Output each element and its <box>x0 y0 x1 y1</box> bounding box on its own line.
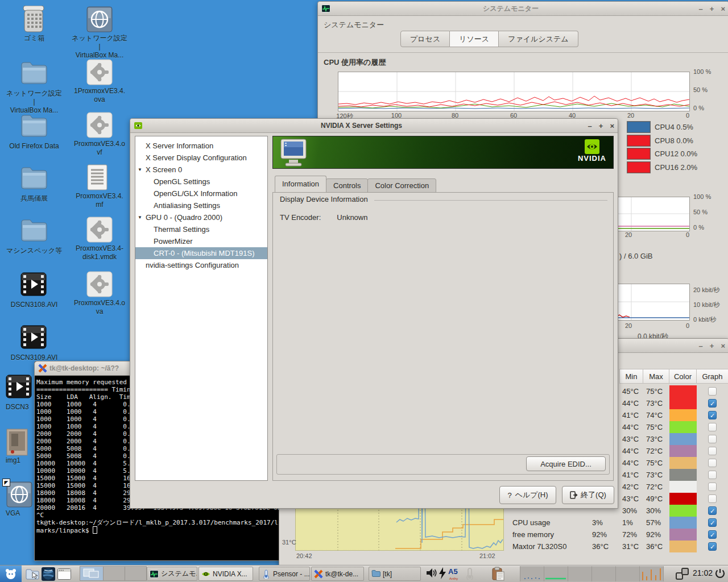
minimize-icon[interactable]: – <box>588 122 592 130</box>
maximize-icon[interactable]: + <box>710 5 714 13</box>
task-button-3[interactable]: tk@tk-de... <box>311 567 364 581</box>
graph-checkbox[interactable]: ✓ <box>708 542 717 551</box>
task-button-1[interactable]: NVIDIA X... <box>198 567 253 581</box>
graph-checkbox[interactable] <box>708 447 717 455</box>
system-monitor-titlebar[interactable]: システムモニター –+× <box>318 2 728 16</box>
task-button-0[interactable]: システムモ... <box>147 567 197 581</box>
task-button-2[interactable]: Psensor - ... <box>259 567 310 581</box>
folder-cursor-icon <box>26 568 39 580</box>
nav-item-8[interactable]: PowerMizer <box>135 235 267 247</box>
workspace-1[interactable] <box>80 566 104 581</box>
nav-item-10[interactable]: nvidia-settings Configuration <box>135 259 267 271</box>
y-tick-label: 50 % <box>693 209 708 215</box>
y-tick-label: 20 kbit/秒 <box>693 286 719 294</box>
power-manager-tray-icon[interactable] <box>439 567 446 579</box>
desktop-icon-1-4[interactable]: ProxmoxVE3.4- disk1.vmdk <box>71 216 128 261</box>
desktop-icon-0-6[interactable]: DSCN3109.AVI <box>6 323 63 362</box>
nav-item-9[interactable]: CRT-0 - (Mitsubishi MDT191S) <box>135 247 267 259</box>
monitor-applet-net[interactable] <box>639 566 664 581</box>
column-header-graph[interactable]: Graph <box>697 369 728 384</box>
desktop-icon-label: ゴミ箱 <box>6 34 63 43</box>
workspace-switch-tray-icon[interactable] <box>676 568 689 580</box>
maximize-icon[interactable]: + <box>710 342 714 350</box>
desktop-icon-1-3[interactable]: ProxmoxVE3.4. mf <box>71 164 128 209</box>
volume-tray-icon[interactable] <box>425 567 437 579</box>
tab-color-correction[interactable]: Color Correction <box>367 178 436 193</box>
sensor-max: 75°C <box>643 457 672 469</box>
workspace-2[interactable] <box>104 566 125 581</box>
column-header-color[interactable]: Color <box>669 369 697 384</box>
desktop-icon-1-5[interactable]: ProxmoxVE3.4.o va <box>71 271 128 316</box>
desktop-icon-0-3[interactable]: 兵馬俑展 <box>6 164 63 203</box>
expander-icon[interactable]: ▼ <box>138 211 142 223</box>
nav-item-2[interactable]: ▼X Screen 0 <box>135 164 267 176</box>
desktop-icon-0-1[interactable]: ネットワーク設定 | VirtualBox Ma... <box>6 59 63 115</box>
graph-checkbox[interactable]: ✓ <box>708 506 717 515</box>
graph-checkbox[interactable] <box>708 471 717 479</box>
graph-checkbox[interactable]: ✓ <box>708 399 717 408</box>
app-finder-launcher[interactable] <box>57 567 72 581</box>
nav-item-7[interactable]: Thermal Settings <box>135 223 267 235</box>
sensor-row-13[interactable]: Maxtor 7L320S036°C31°C36°C✓ <box>506 541 728 552</box>
nav-item-0[interactable]: X Server Information <box>135 140 267 152</box>
desktop-icon-1-1[interactable]: 1ProxmoxVE3.4. ova <box>71 59 128 104</box>
tab-controls[interactable]: Controls <box>326 178 368 193</box>
nav-item-3[interactable]: OpenGL Settings <box>135 176 267 188</box>
nav-item-5[interactable]: Antialiasing Settings <box>135 199 267 211</box>
logout-button[interactable] <box>714 568 726 579</box>
graph-checkbox[interactable]: ✓ <box>708 411 717 419</box>
desktop-icon-0-5[interactable]: DSCN3108.AVI <box>6 271 63 309</box>
monitor-applet-3[interactable] <box>568 566 592 581</box>
nav-item-4[interactable]: OpenGL/GLX Information <box>135 188 267 199</box>
desktop-icon-0-0[interactable]: ゴミ箱 <box>6 6 63 43</box>
graph-checkbox[interactable]: ✓ <box>708 530 717 539</box>
help-button[interactable]: ?ヘルプ(H) <box>499 486 556 504</box>
file-manager-launcher[interactable] <box>25 567 40 581</box>
sensor-row-11[interactable]: CPU usage3%1%57%✓ <box>506 517 728 529</box>
graph-checkbox[interactable]: ✓ <box>708 518 717 527</box>
graph-checkbox[interactable] <box>708 494 717 503</box>
desktop-icon-0-4[interactable]: マシンスペック等 <box>6 216 63 255</box>
desktop-icon-1-2[interactable]: ProxmoxVE3.4.o vf <box>71 111 128 157</box>
sensor-row-12[interactable]: free memory92%72%92%✓ <box>506 529 728 541</box>
graph-checkbox[interactable] <box>708 483 717 491</box>
acquire-edid-button[interactable]: Acquire EDID... <box>526 456 606 471</box>
monitor-applet-cpu[interactable] <box>520 566 544 581</box>
clipboard-tray-icon[interactable] <box>491 567 505 581</box>
quit-button[interactable]: 終了(Q) <box>562 486 614 504</box>
applications-menu-button[interactable] <box>0 566 22 582</box>
minimize-icon[interactable]: – <box>699 342 703 350</box>
nav-item-1[interactable]: X Server Display Configuration <box>135 152 267 164</box>
nvidia-titlebar[interactable]: NVIDIA X Server Settings –+× <box>130 119 618 133</box>
graph-checkbox[interactable] <box>708 387 717 396</box>
tab-ファイルシステム[interactable]: ファイルシステム <box>499 31 578 47</box>
graph-checkbox[interactable] <box>708 423 717 431</box>
maximize-icon[interactable]: + <box>599 122 603 130</box>
web-browser-launcher[interactable] <box>41 567 56 581</box>
close-icon[interactable]: × <box>721 342 725 350</box>
sensor-color-swatch <box>669 505 697 517</box>
tab-リソース[interactable]: リソース <box>450 31 499 47</box>
window-icon <box>57 568 71 580</box>
nav-item-6[interactable]: ▼GPU 0 - (Quadro 2000) <box>135 211 267 223</box>
monitor-applet-memory[interactable] <box>544 566 568 581</box>
close-icon[interactable]: × <box>721 5 725 13</box>
task-button-4[interactable]: [tk] <box>369 567 421 581</box>
desktop-icon-1-0[interactable]: ネットワーク設定 | VirtualBox Ma... <box>71 6 128 60</box>
tab-information[interactable]: Information <box>275 176 326 193</box>
monitor-applet-4[interactable] <box>592 566 615 581</box>
monitor-applet-5[interactable] <box>615 566 639 581</box>
minimize-icon[interactable]: – <box>699 5 703 13</box>
expander-icon[interactable]: ▼ <box>138 164 142 176</box>
desktop-icon-0-2[interactable]: Old Firefox Data <box>6 111 63 151</box>
psensor-tray-icon[interactable] <box>465 567 474 580</box>
close-icon[interactable]: × <box>610 122 614 130</box>
workspace-3[interactable] <box>125 566 147 581</box>
clock[interactable]: 21:02 <box>693 568 713 577</box>
graph-checkbox[interactable] <box>708 435 717 443</box>
column-header-max[interactable]: Max <box>643 369 669 384</box>
tab-プロセス[interactable]: プロセス <box>400 31 450 47</box>
column-header-min[interactable]: Min <box>619 369 643 384</box>
input-method-tray-icon[interactable]: A5Anthy <box>448 567 462 580</box>
graph-checkbox[interactable] <box>708 459 717 467</box>
